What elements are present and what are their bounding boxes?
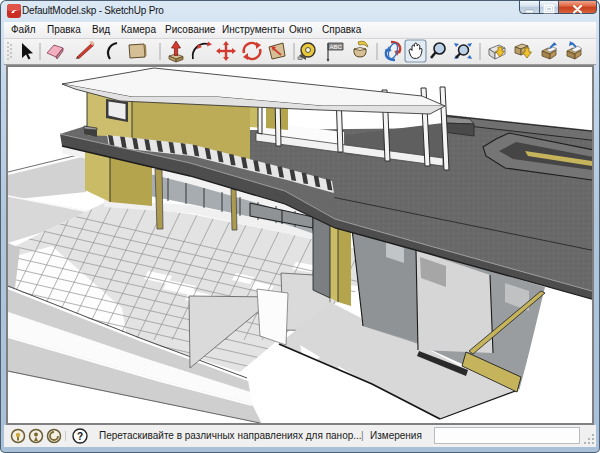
svg-text:ABC: ABC [330, 44, 343, 50]
svg-text:?: ? [77, 431, 83, 442]
